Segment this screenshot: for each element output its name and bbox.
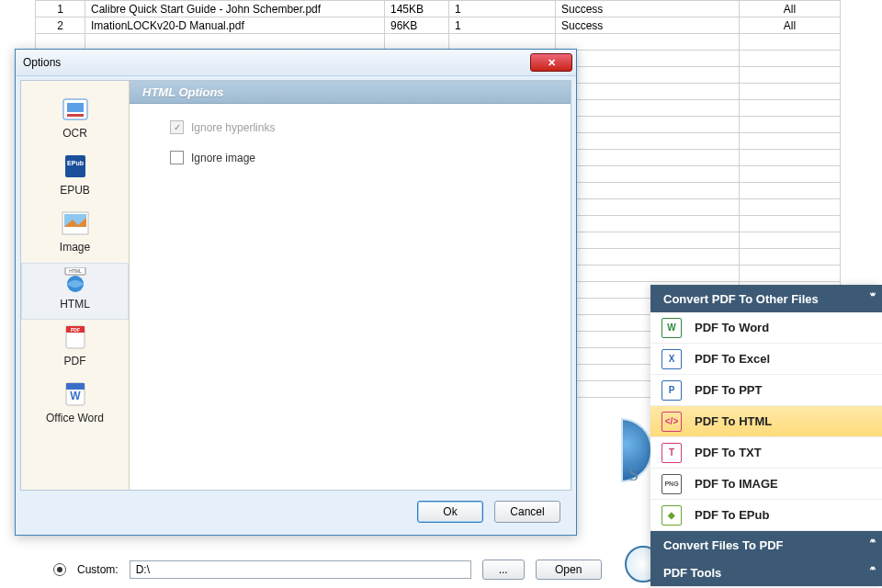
epub-icon: EPub xyxy=(59,153,92,180)
cell-count: 1 xyxy=(449,17,556,34)
options-dialog: Options ✕ OCR EPub EPUB Image HTML HTML … xyxy=(15,49,577,536)
panel-item-label: PDF To Excel xyxy=(695,352,770,366)
chevron-up-icon: ˄˄ xyxy=(869,566,873,579)
sidebar-item-label: EPUB xyxy=(21,184,129,197)
panel-item-pdf-to-ppt[interactable]: P PDF To PPT xyxy=(650,375,882,406)
panel-item-label: PDF To TXT xyxy=(695,446,762,459)
ok-button[interactable]: Ok xyxy=(417,501,483,523)
svg-rect-1 xyxy=(67,103,84,112)
cell-index: 2 xyxy=(36,17,85,34)
panel-item-pdf-to-txt[interactable]: T PDF To TXT xyxy=(650,437,882,469)
panel-item-pdf-to-word[interactable]: W PDF To Word xyxy=(650,312,882,344)
cell-name: Calibre Quick Start Guide - John Schembe… xyxy=(85,1,385,17)
sidebar-item-image[interactable]: Image xyxy=(21,206,129,263)
table-row[interactable]: 2 ImationLOCKv20-D Manual.pdf 96KB 1 Suc… xyxy=(36,17,841,34)
checkbox-ignore-image[interactable]: Ignore image xyxy=(170,151,571,164)
svg-text:HTML: HTML xyxy=(69,268,82,274)
txt-file-icon: T xyxy=(662,443,682,463)
output-path-input[interactable]: D:\ xyxy=(130,560,471,579)
open-button[interactable]: Open xyxy=(536,560,602,580)
panel-item-label: PDF To EPub xyxy=(695,508,769,522)
cell-count: 1 xyxy=(449,1,556,17)
convert-panel: Convert PDF To Other Files ˅˅ W PDF To W… xyxy=(650,285,882,586)
sidebar-item-label: HTML xyxy=(21,298,129,311)
panel-header-convert-to-pdf[interactable]: Convert Files To PDF ˄˄ xyxy=(650,531,882,559)
panel-item-pdf-to-image[interactable]: PNG PDF To IMAGE xyxy=(650,469,882,500)
panel-item-pdf-to-excel[interactable]: X PDF To Excel xyxy=(650,344,882,375)
sidebar-item-label: PDF xyxy=(21,355,129,368)
html-icon: HTML xyxy=(59,266,92,294)
custom-label: Custom: xyxy=(77,563,119,576)
dialog-titlebar[interactable]: Options ✕ xyxy=(16,50,576,76)
dialog-title: Options xyxy=(23,56,61,69)
cell-name: ImationLOCKv20-D Manual.pdf xyxy=(85,17,385,34)
checkbox-label: Ignore image xyxy=(191,152,255,164)
cell-size: 145KB xyxy=(385,1,449,17)
panel-item-label: PDF To PPT xyxy=(695,383,762,397)
sidebar-item-word[interactable]: W Office Word xyxy=(21,377,129,434)
ppt-file-icon: P xyxy=(662,380,682,401)
panel-header-convert-from-pdf[interactable]: Convert PDF To Other Files ˅˅ xyxy=(650,285,882,312)
cell-index: 1 xyxy=(36,1,85,17)
cancel-button[interactable]: Cancel xyxy=(494,501,560,523)
sidebar-item-label: Office Word xyxy=(21,412,129,424)
sidebar-item-epub[interactable]: EPub EPUB xyxy=(21,149,129,206)
sidebar-item-pdf[interactable]: PDF PDF xyxy=(21,320,129,377)
panel-item-label: PDF To Word xyxy=(695,321,769,334)
checkbox-icon xyxy=(170,151,184,164)
close-button[interactable]: ✕ xyxy=(530,53,572,72)
image-icon xyxy=(59,209,92,237)
svg-rect-15 xyxy=(66,383,85,390)
svg-rect-2 xyxy=(67,114,84,117)
panel-item-label: PDF To IMAGE xyxy=(695,477,778,491)
cell-status: Success xyxy=(556,17,740,34)
cell-scope: All xyxy=(740,1,841,17)
excel-file-icon: X xyxy=(662,349,682,369)
pdf-icon: PDF xyxy=(59,323,92,351)
cell-scope: All xyxy=(740,17,841,34)
svg-rect-3 xyxy=(65,155,85,177)
ocr-icon xyxy=(59,96,92,123)
panel-item-label: PDF To HTML xyxy=(695,414,772,428)
cell-status: Success xyxy=(556,1,740,17)
brand-letter: S xyxy=(628,464,639,485)
png-file-icon: PNG xyxy=(662,474,682,494)
cell-size: 96KB xyxy=(385,17,449,34)
svg-text:PDF: PDF xyxy=(71,327,80,333)
options-main-pane: HTML Options ✓ Ignore hyperlinks Ignore … xyxy=(130,81,571,490)
close-icon: ✕ xyxy=(548,57,556,69)
dialog-footer: Ok Cancel xyxy=(20,493,571,530)
sidebar-item-ocr[interactable]: OCR xyxy=(21,92,129,149)
sidebar-item-label: Image xyxy=(21,241,129,254)
word-file-icon: W xyxy=(662,318,682,338)
epub-file-icon: ◆ xyxy=(662,505,682,526)
chevron-down-icon: ˅˅ xyxy=(869,292,873,305)
panel-item-pdf-to-html[interactable]: </> PDF To HTML xyxy=(650,406,882,437)
sidebar-item-html[interactable]: HTML HTML xyxy=(21,263,129,320)
word-icon: W xyxy=(59,380,92,408)
panel-item-pdf-to-epub[interactable]: ◆ PDF To EPub xyxy=(650,500,882,531)
checkbox-icon: ✓ xyxy=(170,120,184,134)
table-row[interactable]: 1 Calibre Quick Start Guide - John Schem… xyxy=(36,1,841,17)
svg-text:EPub: EPub xyxy=(67,160,84,166)
svg-text:W: W xyxy=(70,390,81,402)
checkbox-ignore-hyperlinks: ✓ Ignore hyperlinks xyxy=(170,120,571,134)
custom-output-row: Custom: D:\ ... Open xyxy=(53,560,602,580)
pane-title: HTML Options xyxy=(130,81,571,104)
browse-button[interactable]: ... xyxy=(482,560,525,580)
checkbox-label: Ignore hyperlinks xyxy=(191,121,275,134)
chevron-up-icon: ˄˄ xyxy=(869,538,873,551)
sidebar-item-label: OCR xyxy=(21,127,129,140)
radio-dot-icon xyxy=(57,567,62,572)
panel-header-pdf-tools[interactable]: PDF Tools ˄˄ xyxy=(650,559,882,586)
options-sidebar: OCR EPub EPUB Image HTML HTML PDF PDF W … xyxy=(21,81,130,490)
custom-radio[interactable] xyxy=(53,563,66,576)
html-file-icon: </> xyxy=(662,412,682,432)
